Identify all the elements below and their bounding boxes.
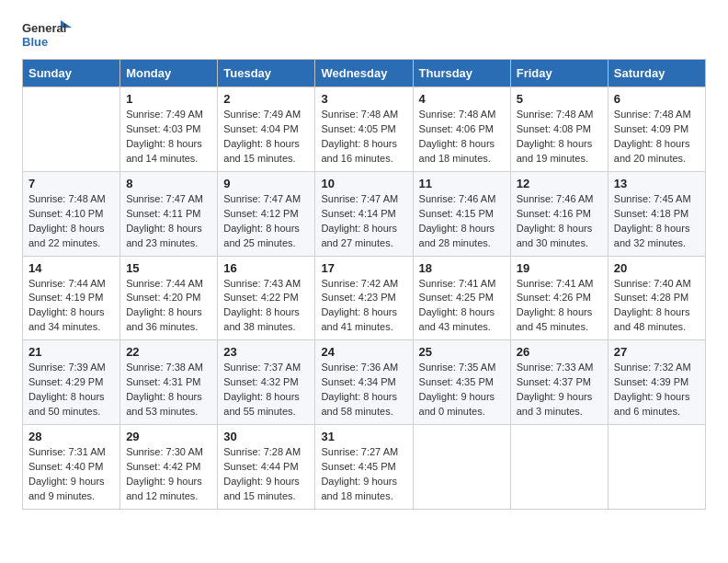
calendar-cell — [413, 425, 510, 510]
day-info: Sunrise: 7:49 AM Sunset: 4:04 PM Dayligh… — [223, 108, 309, 167]
day-number: 12 — [517, 177, 602, 190]
calendar-cell: 13Sunrise: 7:45 AM Sunset: 4:18 PM Dayli… — [608, 171, 705, 256]
calendar-table: SundayMondayTuesdayWednesdayThursdayFrid… — [22, 59, 706, 510]
day-number: 10 — [321, 177, 406, 190]
day-number: 30 — [223, 430, 309, 443]
day-number: 29 — [126, 430, 211, 443]
day-info: Sunrise: 7:48 AM Sunset: 4:05 PM Dayligh… — [321, 108, 406, 167]
day-number: 27 — [614, 345, 700, 359]
day-number: 1 — [126, 92, 211, 106]
calendar-week-row: 21Sunrise: 7:39 AM Sunset: 4:29 PM Dayli… — [23, 340, 706, 425]
day-number: 20 — [614, 261, 700, 275]
calendar-cell: 14Sunrise: 7:44 AM Sunset: 4:19 PM Dayli… — [23, 256, 120, 340]
day-number: 13 — [614, 177, 700, 190]
day-number: 26 — [517, 345, 602, 359]
calendar-cell: 7Sunrise: 7:48 AM Sunset: 4:10 PM Daylig… — [23, 171, 120, 256]
days-header-row: SundayMondayTuesdayWednesdayThursdayFrid… — [23, 60, 706, 87]
calendar-cell: 26Sunrise: 7:33 AM Sunset: 4:37 PM Dayli… — [510, 340, 608, 425]
day-info: Sunrise: 7:32 AM Sunset: 4:39 PM Dayligh… — [614, 361, 700, 419]
day-info: Sunrise: 7:43 AM Sunset: 4:22 PM Dayligh… — [223, 277, 309, 336]
calendar-cell: 21Sunrise: 7:39 AM Sunset: 4:29 PM Dayli… — [23, 340, 120, 425]
calendar-cell: 18Sunrise: 7:41 AM Sunset: 4:25 PM Dayli… — [413, 256, 510, 340]
day-number: 9 — [223, 177, 309, 190]
calendar-cell: 17Sunrise: 7:42 AM Sunset: 4:23 PM Dayli… — [315, 256, 413, 340]
calendar-week-row: 28Sunrise: 7:31 AM Sunset: 4:40 PM Dayli… — [23, 425, 706, 510]
day-number: 16 — [223, 261, 309, 275]
day-number: 14 — [28, 261, 114, 275]
day-number: 8 — [126, 177, 211, 190]
calendar-cell: 27Sunrise: 7:32 AM Sunset: 4:39 PM Dayli… — [608, 340, 705, 425]
calendar-week-row: 1Sunrise: 7:49 AM Sunset: 4:03 PM Daylig… — [23, 87, 706, 172]
day-header: Sunday — [23, 60, 120, 87]
svg-text:Blue: Blue — [22, 35, 48, 49]
calendar-cell: 22Sunrise: 7:38 AM Sunset: 4:31 PM Dayli… — [120, 340, 218, 425]
day-header: Wednesday — [315, 60, 413, 87]
calendar-cell — [608, 425, 705, 510]
calendar-cell: 15Sunrise: 7:44 AM Sunset: 4:20 PM Dayli… — [120, 256, 218, 340]
calendar-cell: 20Sunrise: 7:40 AM Sunset: 4:28 PM Dayli… — [608, 256, 705, 340]
calendar-cell: 19Sunrise: 7:41 AM Sunset: 4:26 PM Dayli… — [510, 256, 608, 340]
day-number: 7 — [28, 177, 114, 190]
calendar-cell: 4Sunrise: 7:48 AM Sunset: 4:06 PM Daylig… — [413, 87, 510, 172]
header: GeneralBlue — [22, 18, 706, 52]
day-info: Sunrise: 7:41 AM Sunset: 4:25 PM Dayligh… — [419, 277, 505, 336]
day-number: 18 — [419, 261, 505, 275]
calendar-cell: 1Sunrise: 7:49 AM Sunset: 4:03 PM Daylig… — [120, 87, 218, 172]
calendar-cell: 28Sunrise: 7:31 AM Sunset: 4:40 PM Dayli… — [23, 425, 120, 510]
day-info: Sunrise: 7:48 AM Sunset: 4:10 PM Dayligh… — [28, 192, 114, 251]
day-info: Sunrise: 7:30 AM Sunset: 4:42 PM Dayligh… — [126, 445, 211, 504]
day-info: Sunrise: 7:33 AM Sunset: 4:37 PM Dayligh… — [517, 361, 602, 419]
day-info: Sunrise: 7:27 AM Sunset: 4:45 PM Dayligh… — [321, 445, 406, 504]
calendar-cell: 9Sunrise: 7:47 AM Sunset: 4:12 PM Daylig… — [218, 171, 315, 256]
calendar-cell: 8Sunrise: 7:47 AM Sunset: 4:11 PM Daylig… — [120, 171, 218, 256]
calendar-cell: 10Sunrise: 7:47 AM Sunset: 4:14 PM Dayli… — [315, 171, 413, 256]
day-number: 19 — [517, 261, 602, 275]
calendar-cell: 25Sunrise: 7:35 AM Sunset: 4:35 PM Dayli… — [413, 340, 510, 425]
day-number: 3 — [321, 92, 406, 106]
day-number: 5 — [517, 92, 602, 106]
calendar-cell: 23Sunrise: 7:37 AM Sunset: 4:32 PM Dayli… — [218, 340, 315, 425]
day-header: Saturday — [608, 60, 705, 87]
calendar-week-row: 14Sunrise: 7:44 AM Sunset: 4:19 PM Dayli… — [23, 256, 706, 340]
day-number: 21 — [28, 345, 114, 359]
day-info: Sunrise: 7:45 AM Sunset: 4:18 PM Dayligh… — [614, 192, 700, 251]
day-number: 23 — [223, 345, 309, 359]
logo-svg: GeneralBlue — [22, 18, 77, 52]
day-info: Sunrise: 7:35 AM Sunset: 4:35 PM Dayligh… — [419, 361, 505, 419]
calendar-cell: 31Sunrise: 7:27 AM Sunset: 4:45 PM Dayli… — [315, 425, 413, 510]
day-header: Tuesday — [218, 60, 315, 87]
day-number: 2 — [223, 92, 309, 106]
calendar-week-row: 7Sunrise: 7:48 AM Sunset: 4:10 PM Daylig… — [23, 171, 706, 256]
day-number: 11 — [419, 177, 505, 190]
day-number: 31 — [321, 430, 406, 443]
day-number: 25 — [419, 345, 505, 359]
day-number: 28 — [28, 430, 114, 443]
calendar-cell — [23, 87, 120, 172]
day-info: Sunrise: 7:44 AM Sunset: 4:20 PM Dayligh… — [126, 277, 211, 336]
calendar-cell: 6Sunrise: 7:48 AM Sunset: 4:09 PM Daylig… — [608, 87, 705, 172]
day-header: Friday — [510, 60, 608, 87]
day-info: Sunrise: 7:40 AM Sunset: 4:28 PM Dayligh… — [614, 277, 700, 336]
calendar-cell — [510, 425, 608, 510]
calendar-cell: 5Sunrise: 7:48 AM Sunset: 4:08 PM Daylig… — [510, 87, 608, 172]
calendar-cell: 11Sunrise: 7:46 AM Sunset: 4:15 PM Dayli… — [413, 171, 510, 256]
calendar-cell: 16Sunrise: 7:43 AM Sunset: 4:22 PM Dayli… — [218, 256, 315, 340]
day-number: 22 — [126, 345, 211, 359]
day-info: Sunrise: 7:37 AM Sunset: 4:32 PM Dayligh… — [223, 361, 309, 419]
day-info: Sunrise: 7:36 AM Sunset: 4:34 PM Dayligh… — [321, 361, 406, 419]
day-number: 15 — [126, 261, 211, 275]
day-number: 6 — [614, 92, 700, 106]
calendar-cell: 3Sunrise: 7:48 AM Sunset: 4:05 PM Daylig… — [315, 87, 413, 172]
day-info: Sunrise: 7:44 AM Sunset: 4:19 PM Dayligh… — [28, 277, 114, 336]
day-info: Sunrise: 7:48 AM Sunset: 4:09 PM Dayligh… — [614, 108, 700, 167]
day-info: Sunrise: 7:28 AM Sunset: 4:44 PM Dayligh… — [223, 445, 309, 504]
day-info: Sunrise: 7:47 AM Sunset: 4:11 PM Dayligh… — [126, 192, 211, 251]
day-info: Sunrise: 7:47 AM Sunset: 4:12 PM Dayligh… — [223, 192, 309, 251]
svg-text:General: General — [22, 21, 66, 35]
day-info: Sunrise: 7:48 AM Sunset: 4:06 PM Dayligh… — [419, 108, 505, 167]
day-info: Sunrise: 7:46 AM Sunset: 4:15 PM Dayligh… — [419, 192, 505, 251]
logo: GeneralBlue — [22, 18, 77, 52]
calendar-cell: 12Sunrise: 7:46 AM Sunset: 4:16 PM Dayli… — [510, 171, 608, 256]
day-info: Sunrise: 7:31 AM Sunset: 4:40 PM Dayligh… — [28, 445, 114, 504]
calendar-cell: 30Sunrise: 7:28 AM Sunset: 4:44 PM Dayli… — [218, 425, 315, 510]
